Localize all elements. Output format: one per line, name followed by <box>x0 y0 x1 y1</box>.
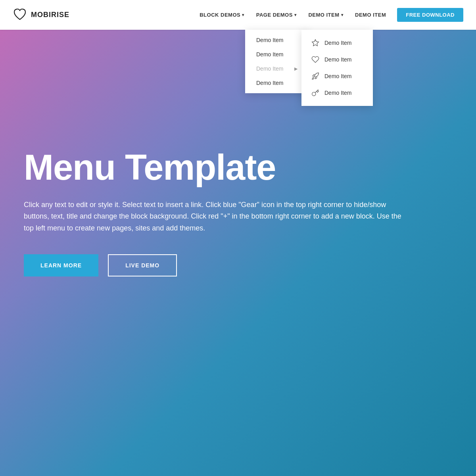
nav-block-demos[interactable]: BLOCK DEMOS ▾ <box>195 9 249 21</box>
rocket-icon <box>311 72 320 81</box>
dropdown-item-4[interactable]: Demo Item <box>245 76 309 90</box>
sub-dropdown-item-1[interactable]: Demo Item <box>301 35 373 51</box>
chevron-down-icon: ▾ <box>341 13 344 17</box>
live-demo-button[interactable]: LIVE DEMO <box>108 254 177 276</box>
nav-page-demos[interactable]: PAGE DEMOS ▾ <box>251 9 301 21</box>
brand: MOBIRISE <box>13 7 69 23</box>
heart-icon <box>13 7 27 23</box>
nav-demo-item-dropdown[interactable]: DEMO ITEM ▾ <box>303 9 348 21</box>
svg-marker-0 <box>312 40 319 46</box>
sub-dropdown-item-4[interactable]: Demo Item <box>301 84 373 101</box>
dropdown-secondary: Demo Item Demo Item Demo Item Demo Item <box>301 30 373 106</box>
sub-dropdown-item-2[interactable]: Demo Item <box>301 51 373 68</box>
star-icon <box>311 38 320 47</box>
dropdown-primary: Demo Item Demo Item Demo Item ▶ Demo Ite… <box>245 30 309 93</box>
navbar: MOBIRISE BLOCK DEMOS ▾ PAGE DEMOS ▾ DEMO… <box>0 0 476 30</box>
chevron-down-icon: ▾ <box>294 13 297 17</box>
heart-icon <box>311 55 320 64</box>
chevron-down-icon: ▾ <box>242 13 244 17</box>
dropdown-item-3[interactable]: Demo Item ▶ <box>245 61 309 76</box>
nav-demo-item[interactable]: DEMO ITEM <box>350 9 391 21</box>
hero-buttons: LEARN MORE LIVE DEMO <box>24 254 452 276</box>
dropdown-item-2[interactable]: Demo Item <box>245 47 309 61</box>
dropdown-item-1[interactable]: Demo Item <box>245 33 309 47</box>
chevron-right-icon: ▶ <box>294 66 298 71</box>
hero-description: Click any text to edit or style it. Sele… <box>24 199 413 234</box>
nav-links: BLOCK DEMOS ▾ PAGE DEMOS ▾ DEMO ITEM ▾ D… <box>195 8 463 22</box>
sub-dropdown-item-3[interactable]: Demo Item <box>301 68 373 84</box>
hero-section: Menu Template Click any text to edit or … <box>0 30 476 476</box>
hero-title: Menu Template <box>24 149 452 186</box>
learn-more-button[interactable]: LEARN MORE <box>24 254 98 276</box>
key-icon <box>311 88 320 97</box>
brand-name: MOBIRISE <box>31 11 69 19</box>
free-download-button[interactable]: FREE DOWNLOAD <box>397 8 463 22</box>
